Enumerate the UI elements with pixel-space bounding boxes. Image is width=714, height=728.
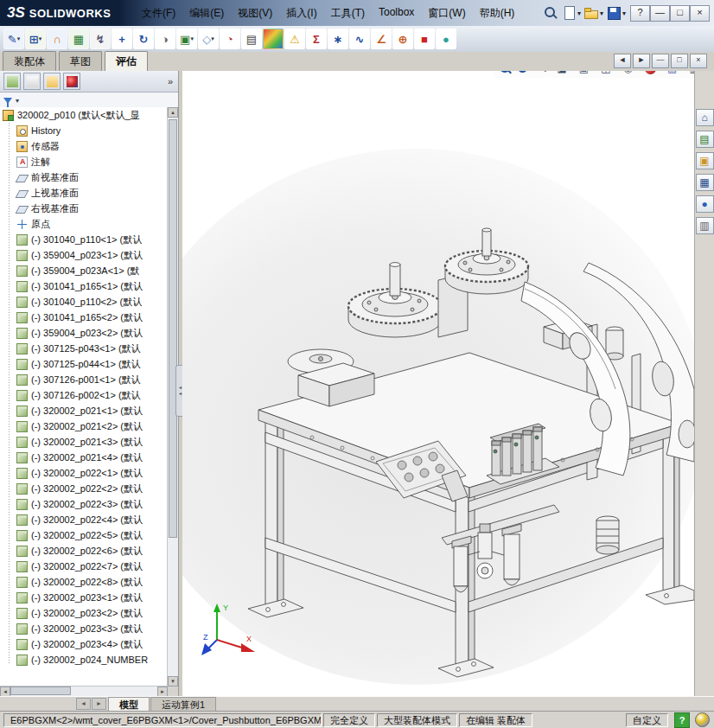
- display-style-icon[interactable]: ◫: [597, 71, 615, 77]
- graphics-area[interactable]: ◄ ◪▾ ▣▾ ◫▾ ◉▾: [182, 71, 694, 697]
- filter-dropdown-icon[interactable]: ▾: [16, 97, 19, 105]
- tree-item[interactable]: (-) 320002_p022<1> (默认: [0, 465, 168, 481]
- tree-item[interactable]: (-) 359004_p023<2> (默认: [0, 325, 168, 341]
- tab-motion-study[interactable]: 运动算例1: [150, 697, 216, 711]
- dropdown-arrow-icon[interactable]: ▾: [577, 10, 581, 17]
- menu-item[interactable]: 窗口(W): [421, 2, 472, 25]
- tree-item[interactable]: (-) 320002_p021<4> (默认: [0, 450, 168, 465]
- tree-item[interactable]: (-) 307126-p002<1> (默认: [0, 387, 168, 403]
- tree-item[interactable]: 前视基准面: [0, 169, 168, 185]
- minimize-document-button[interactable]: —: [652, 54, 669, 68]
- edit-component-icon[interactable]: ✎▾: [3, 29, 24, 49]
- quick-tips-icon[interactable]: ?: [674, 712, 690, 728]
- scroll-up-icon[interactable]: ▲: [168, 107, 178, 118]
- previous-view-icon[interactable]: ◄: [534, 71, 551, 77]
- edit-appearance-icon[interactable]: [641, 71, 659, 77]
- view-settings-icon[interactable]: ▥: [685, 71, 694, 77]
- design-library-icon[interactable]: ▤: [696, 131, 714, 148]
- insert-component-icon[interactable]: ⊞▾: [25, 29, 46, 49]
- dropdown-arrow-icon[interactable]: ▾: [615, 71, 618, 72]
- tree-item[interactable]: (-) 307126-p001<1> (默认: [0, 372, 168, 387]
- propertymanager-icon[interactable]: [23, 73, 41, 90]
- file-explorer-icon[interactable]: ▣: [696, 152, 714, 169]
- smart-fasteners-icon[interactable]: ↯: [90, 29, 111, 49]
- move-component-icon[interactable]: +: [112, 29, 132, 49]
- tree-item[interactable]: (-) 301040_p110<2> (默认: [0, 294, 168, 310]
- scroll-tabs-right-button[interactable]: ►: [92, 698, 106, 710]
- tree-item[interactable]: (-) 320002_p024_NUMBER: [0, 652, 168, 667]
- dropdown-arrow-icon[interactable]: ▾: [637, 71, 641, 72]
- tree-item[interactable]: (-) 307125-p043<1> (默认: [0, 341, 168, 356]
- menu-item[interactable]: 编辑(E): [182, 2, 231, 25]
- tree-item[interactable]: (-) 320002_p022<2> (默认: [0, 481, 168, 496]
- assembly-features-icon[interactable]: ▣▾: [176, 29, 197, 49]
- tab-model[interactable]: 模型: [108, 697, 150, 711]
- rotate-component-icon[interactable]: ↻: [133, 29, 154, 49]
- scrollbar-thumb[interactable]: [169, 119, 177, 538]
- close-button[interactable]: ×: [690, 5, 710, 22]
- reference-geometry-icon[interactable]: ◇▾: [198, 29, 219, 49]
- dropdown-arrow-icon[interactable]: ▾: [571, 71, 574, 72]
- menu-item[interactable]: 帮助(H): [473, 2, 522, 25]
- tree-item[interactable]: 注解: [0, 154, 168, 169]
- solidworks-resources-icon[interactable]: ⌂: [696, 109, 714, 126]
- tab-evaluate[interactable]: 评估: [105, 51, 148, 71]
- save-icon[interactable]: [605, 4, 622, 22]
- show-hidden-components-icon[interactable]: ◑: [155, 29, 175, 49]
- dropdown-arrow-icon[interactable]: ▾: [622, 10, 626, 17]
- explode-line-sketch-icon[interactable]: ∿: [349, 29, 370, 49]
- status-sphere-icon[interactable]: [695, 712, 710, 727]
- featuremanager-tree-icon[interactable]: [3, 73, 21, 90]
- mate-icon[interactable]: ∩: [47, 29, 67, 49]
- tree-item[interactable]: (-) 320002_p022<3> (默认: [0, 496, 168, 512]
- tab-assembly[interactable]: 装配体: [3, 51, 56, 71]
- appearances-scenes-icon[interactable]: ●: [696, 195, 714, 213]
- custom-properties-icon[interactable]: ▥: [696, 217, 714, 234]
- tree-item[interactable]: (-) 359004_p023A<1> (默: [0, 263, 168, 278]
- restore-button[interactable]: □: [670, 5, 690, 22]
- tree-item[interactable]: (-) 320002_p022<4> (默认: [0, 512, 168, 527]
- tree-item[interactable]: (-) 320002_p022<7> (默认: [0, 559, 168, 574]
- dropdown-arrow-icon[interactable]: ▾: [600, 10, 603, 17]
- exploded-view-icon[interactable]: ∗: [328, 29, 348, 49]
- minimize-button[interactable]: —: [650, 5, 670, 22]
- interference-detection-icon[interactable]: ⚠: [284, 29, 305, 49]
- menu-item[interactable]: 插入(I): [279, 2, 323, 25]
- tree-item[interactable]: 右视基准面: [0, 201, 168, 216]
- tree-item[interactable]: (-) 301041_p165<1> (默认: [0, 278, 168, 294]
- tree-item[interactable]: (-) 320002_p023<1> (默认: [0, 590, 168, 605]
- next-document-button[interactable]: ►: [633, 54, 650, 68]
- scrollbar-thumb[interactable]: [10, 686, 71, 695]
- status-customize[interactable]: 自定义: [626, 713, 668, 727]
- scroll-tabs-left-button[interactable]: ◄: [76, 698, 91, 710]
- measure-icon[interactable]: ∠: [371, 29, 392, 49]
- equations-icon[interactable]: Σ: [306, 29, 327, 49]
- previous-document-button[interactable]: ◄: [614, 54, 631, 68]
- configurationmanager-icon[interactable]: [43, 73, 61, 90]
- zoom-to-fit-icon[interactable]: [496, 71, 513, 77]
- mass-properties-icon[interactable]: ⊕: [392, 29, 413, 49]
- tree-item[interactable]: (-) 320002_p023<2> (默认: [0, 605, 168, 621]
- scene-ball-icon[interactable]: ●: [436, 29, 456, 49]
- hide-show-items-icon[interactable]: ◉: [620, 71, 637, 77]
- tab-sketch[interactable]: 草图: [59, 51, 102, 71]
- tree-item[interactable]: 传感器: [0, 138, 168, 154]
- linear-component-pattern-icon[interactable]: ▦: [68, 29, 89, 49]
- appearance-icon[interactable]: [263, 29, 284, 49]
- open-document-icon[interactable]: [583, 4, 600, 22]
- menu-item[interactable]: Toolbox: [372, 2, 421, 25]
- tree-item[interactable]: (-) 307125-p044<1> (默认: [0, 356, 168, 372]
- tree-item[interactable]: (-) 301041_p165<2> (默认: [0, 310, 168, 325]
- tree-item[interactable]: 上视基准面: [0, 185, 168, 201]
- search-icon[interactable]: [542, 5, 558, 21]
- dropdown-arrow-icon[interactable]: ▾: [593, 71, 596, 72]
- dropdown-arrow-icon[interactable]: ▾: [681, 71, 685, 72]
- tree-item[interactable]: (-) 320002_p022<5> (默认: [0, 527, 168, 543]
- stop-icon[interactable]: ■: [414, 29, 435, 49]
- tree-item[interactable]: (-) 320002_p023<3> (默认: [0, 621, 168, 636]
- help-button[interactable]: ?: [630, 5, 650, 22]
- panel-chevron-icon[interactable]: »: [168, 76, 175, 86]
- tree-item[interactable]: (-) 320002_p021<1> (默认: [0, 403, 168, 418]
- restore-document-button[interactable]: □: [671, 54, 688, 68]
- tree-root-item[interactable]: 320002_p010 (默认<默认_显: [0, 107, 168, 123]
